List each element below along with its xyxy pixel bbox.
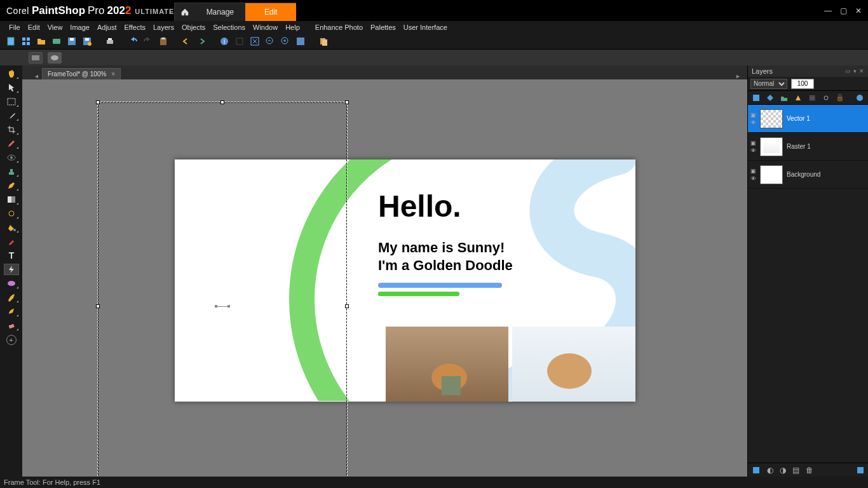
panel-menu-icon[interactable]: ▾ xyxy=(853,68,857,74)
scan-icon[interactable] xyxy=(51,36,62,47)
menu-ui[interactable]: User Interface xyxy=(400,24,451,31)
menu-enhance[interactable]: Enhance Photo xyxy=(311,24,367,31)
svg-rect-30 xyxy=(10,169,13,172)
zoom-in-icon[interactable] xyxy=(280,36,291,47)
canvas[interactable]: Hello. My name is Sunny! I'm a Golden Do… xyxy=(22,79,747,477)
home-tab[interactable] xyxy=(174,3,194,21)
maximize-button[interactable]: ▢ xyxy=(839,6,848,15)
saveas-icon[interactable] xyxy=(81,36,93,47)
frame-tool[interactable] xyxy=(4,264,19,275)
layer-thumb xyxy=(760,109,783,128)
lighten-tool[interactable] xyxy=(4,208,19,219)
new-file-icon[interactable] xyxy=(5,36,17,47)
fit-icon[interactable] xyxy=(249,36,261,47)
new-adjust-icon[interactable]: ◐ xyxy=(767,466,773,475)
tab-scroll-left[interactable]: ◄ xyxy=(31,73,42,79)
menu-image[interactable]: Image xyxy=(66,24,93,31)
fullscreen-icon[interactable] xyxy=(295,36,306,47)
resize-icon[interactable] xyxy=(234,36,245,47)
info-icon[interactable]: i xyxy=(219,36,230,47)
gradient-tool[interactable] xyxy=(4,194,19,205)
menu-effects[interactable]: Effects xyxy=(121,24,149,31)
eraser-tool[interactable] xyxy=(4,320,19,331)
text-tool[interactable]: T xyxy=(4,250,19,261)
handle-tl[interactable] xyxy=(96,100,100,104)
art-brush-tool[interactable] xyxy=(4,292,19,303)
new-group-icon[interactable] xyxy=(780,93,789,102)
merge-icon[interactable]: ▤ xyxy=(792,466,799,475)
add-tool-button[interactable]: + xyxy=(6,335,17,345)
layer-background[interactable]: ▣👁 Background xyxy=(748,161,868,189)
lock-icon[interactable]: 🔒 xyxy=(836,93,844,102)
pan-tool[interactable] xyxy=(4,68,19,79)
opacity-input[interactable] xyxy=(791,79,814,89)
handle-tr[interactable] xyxy=(345,100,349,104)
undo-icon[interactable] xyxy=(127,36,139,47)
clone-tool[interactable] xyxy=(4,166,19,177)
visibility-icon[interactable]: 👁 xyxy=(750,119,756,126)
crop-tool[interactable] xyxy=(4,124,19,135)
menu-layers[interactable]: Layers xyxy=(149,24,178,31)
menu-view[interactable]: View xyxy=(44,24,67,31)
frame-selection[interactable] xyxy=(97,102,348,477)
duplicate-icon[interactable]: ▦ xyxy=(808,93,817,102)
open-icon[interactable] xyxy=(36,36,47,47)
undo-arrow-icon[interactable] xyxy=(180,36,192,47)
menu-palettes[interactable]: Palettes xyxy=(367,24,400,31)
close-button[interactable]: ✕ xyxy=(854,6,863,15)
zoom-out-icon[interactable] xyxy=(264,36,276,47)
document-tab[interactable]: FrameTool* @ 100% × xyxy=(42,68,121,79)
pick-tool[interactable] xyxy=(4,82,19,93)
menu-help[interactable]: Help xyxy=(281,24,304,31)
frame-rect-button[interactable] xyxy=(29,52,43,64)
edit-tab[interactable]: Edit xyxy=(245,3,296,21)
new-layer-icon[interactable] xyxy=(752,93,761,102)
menu-selections[interactable]: Selections xyxy=(209,24,249,31)
shape-tool[interactable] xyxy=(4,278,19,289)
menu-edit[interactable]: Edit xyxy=(24,24,44,31)
minimize-button[interactable]: — xyxy=(824,6,832,15)
menu-window[interactable]: Window xyxy=(249,24,281,31)
selection-tool[interactable] xyxy=(4,96,19,107)
rotation-pivot[interactable] xyxy=(216,306,229,307)
tab-scroll-right[interactable]: ► xyxy=(733,73,743,79)
status-text: Frame Tool: For Help, press F1 xyxy=(4,478,100,486)
frame-ellipse-button[interactable] xyxy=(48,52,62,64)
effects-icon[interactable] xyxy=(794,93,803,102)
layer-vector1[interactable]: ▣👁 Vector 1 xyxy=(748,105,868,133)
new-mask-icon[interactable] xyxy=(766,93,775,102)
mask-icon[interactable]: ◑ xyxy=(780,466,786,475)
dropper-tool[interactable] xyxy=(4,110,19,121)
new-raster-icon[interactable] xyxy=(752,466,761,475)
visibility-icon[interactable]: 👁 xyxy=(750,175,756,182)
paste-icon[interactable] xyxy=(158,36,169,47)
panel-close-icon[interactable]: ✕ xyxy=(859,68,864,74)
menu-file[interactable]: File xyxy=(5,24,24,31)
save-icon[interactable] xyxy=(66,36,78,47)
blend-mode-select[interactable]: Normal xyxy=(750,79,787,89)
grid-icon[interactable] xyxy=(20,36,32,47)
redeye-tool[interactable] xyxy=(4,152,19,163)
manage-tab[interactable]: Manage xyxy=(194,3,245,21)
paint-tool[interactable] xyxy=(4,180,19,191)
expand-icon[interactable] xyxy=(857,466,864,474)
smudge-tool[interactable] xyxy=(4,306,19,317)
link-icon[interactable] xyxy=(822,93,831,102)
handle-tm[interactable] xyxy=(220,100,224,104)
color-tool[interactable] xyxy=(4,236,19,247)
panel-dock-icon[interactable]: ▭ xyxy=(845,68,851,74)
redo-arrow-icon[interactable] xyxy=(196,36,207,47)
menu-adjust[interactable]: Adjust xyxy=(93,24,121,31)
delete-layer-icon[interactable]: 🗑 xyxy=(806,466,813,475)
handle-ml[interactable] xyxy=(96,304,100,308)
layer-raster1[interactable]: ▣👁 Raster 1 xyxy=(748,133,868,161)
globe-icon[interactable] xyxy=(855,93,864,102)
visibility-icon[interactable]: 👁 xyxy=(750,147,756,154)
handle-mr[interactable] xyxy=(345,304,349,308)
menu-objects[interactable]: Objects xyxy=(178,24,209,31)
fill-tool[interactable] xyxy=(4,222,19,233)
copy-icon[interactable] xyxy=(318,36,329,47)
document-tab-close[interactable]: × xyxy=(111,71,115,78)
brush-tool[interactable] xyxy=(4,138,19,149)
print-icon[interactable] xyxy=(104,36,116,47)
